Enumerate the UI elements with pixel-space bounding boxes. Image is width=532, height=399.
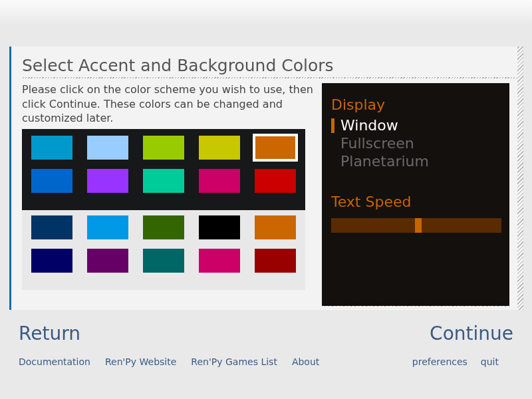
slider-thumb[interactable]: [415, 218, 422, 233]
panel-right-hatch: [517, 47, 523, 310]
color-swatch[interactable]: [143, 169, 184, 193]
dark-bg-swatch-group: [22, 129, 305, 210]
continue-button[interactable]: Continue: [430, 323, 513, 344]
preview-display-option[interactable]: Planetarium: [322, 152, 509, 170]
color-swatch[interactable]: [31, 169, 72, 193]
page-description: Please click on the color scheme you wis…: [22, 82, 315, 126]
color-swatch[interactable]: [199, 249, 240, 273]
color-swatch[interactable]: [199, 215, 240, 239]
color-swatch-grid: [22, 129, 305, 290]
color-swatch[interactable]: [199, 169, 240, 193]
color-swatch[interactable]: [255, 249, 296, 273]
light-bg-swatch-group: [22, 210, 305, 290]
preview-textspeed-heading: Text Speed: [322, 188, 509, 213]
color-swatch[interactable]: [143, 136, 184, 160]
preview-pane: Display WindowFullscreenPlanetarium Text…: [322, 83, 509, 306]
footer-link[interactable]: quit: [481, 356, 499, 367]
preview-display-option[interactable]: Fullscreen: [322, 134, 509, 152]
preview-display-heading: Display: [322, 83, 509, 116]
footer-link[interactable]: preferences: [412, 356, 467, 367]
color-swatch[interactable]: [143, 215, 184, 239]
color-swatch[interactable]: [31, 215, 72, 239]
preview-display-option[interactable]: Window: [322, 116, 509, 134]
color-swatch[interactable]: [199, 136, 240, 160]
footer-link[interactable]: About: [292, 356, 319, 367]
color-swatch[interactable]: [87, 169, 128, 193]
color-swatch[interactable]: [255, 215, 296, 239]
preview-bottom-hatch: [322, 303, 509, 307]
color-swatch[interactable]: [255, 169, 296, 193]
title-rule: [22, 77, 517, 78]
color-swatch[interactable]: [31, 249, 72, 273]
color-swatch[interactable]: [31, 136, 72, 160]
footer-link[interactable]: Ren'Py Games List: [191, 356, 277, 367]
color-swatch[interactable]: [255, 136, 296, 160]
text-speed-slider[interactable]: [331, 218, 501, 233]
footer-link[interactable]: Ren'Py Website: [105, 356, 176, 367]
color-swatch[interactable]: [87, 215, 128, 239]
footer-link[interactable]: Documentation: [19, 356, 90, 367]
color-swatch[interactable]: [87, 136, 128, 160]
page-title: Select Accent and Background Colors: [22, 56, 523, 77]
bottom-nav: Return Continue: [19, 323, 513, 344]
color-swatch[interactable]: [87, 249, 128, 273]
color-swatch[interactable]: [143, 249, 184, 273]
return-button[interactable]: Return: [19, 323, 80, 344]
footer-links: DocumentationRen'Py WebsiteRen'Py Games …: [19, 356, 513, 367]
